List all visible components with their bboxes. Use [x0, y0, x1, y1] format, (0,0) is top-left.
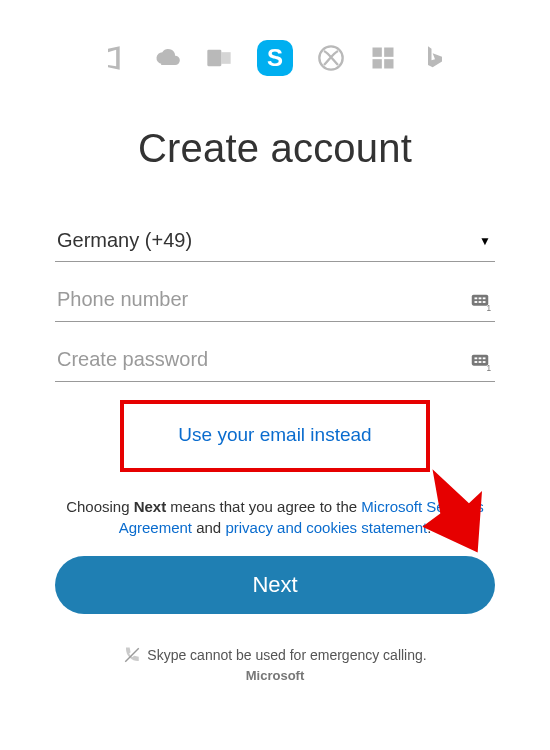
microsoft-brand-text: Microsoft — [55, 668, 495, 683]
svg-rect-17 — [479, 357, 482, 359]
svg-rect-1 — [221, 52, 230, 64]
page-title: Create account — [55, 126, 495, 171]
legal-sep: and — [192, 519, 225, 536]
outlook-icon — [205, 44, 233, 72]
annotation-highlight-box: Use your email instead — [120, 400, 430, 472]
country-code-select[interactable]: Germany (+49) ▼ — [55, 221, 495, 262]
keypad-icon[interactable]: 1 — [469, 291, 491, 311]
password-field[interactable]: 1 — [55, 340, 495, 382]
country-code-select-input[interactable]: Germany (+49) — [55, 221, 495, 261]
bing-icon — [421, 44, 449, 72]
svg-rect-4 — [384, 48, 393, 57]
svg-rect-13 — [483, 301, 486, 303]
svg-text:1: 1 — [486, 304, 491, 313]
svg-rect-18 — [483, 357, 486, 359]
phone-field[interactable]: 1 — [55, 280, 495, 322]
footer-note: Skype cannot be used for emergency calli… — [55, 646, 495, 683]
next-button[interactable]: Next — [55, 556, 495, 614]
office-icon — [101, 44, 129, 72]
svg-rect-9 — [479, 297, 482, 299]
password-input[interactable] — [55, 340, 495, 381]
svg-rect-6 — [384, 59, 393, 68]
phone-input[interactable] — [55, 280, 495, 321]
svg-rect-5 — [373, 59, 382, 68]
legal-bold: Next — [134, 498, 167, 515]
svg-rect-19 — [475, 361, 478, 363]
legal-prefix: Choosing — [66, 498, 134, 515]
emergency-text: Skype cannot be used for emergency calli… — [147, 647, 426, 663]
svg-rect-21 — [483, 361, 486, 363]
privacy-statement-link[interactable]: privacy and cookies statement — [225, 519, 427, 536]
svg-rect-0 — [207, 50, 221, 66]
onedrive-icon — [153, 44, 181, 72]
brand-icon-row: S — [0, 0, 550, 86]
skype-icon: S — [257, 40, 293, 76]
svg-rect-16 — [475, 357, 478, 359]
windows-icon — [369, 44, 397, 72]
svg-rect-11 — [475, 301, 478, 303]
svg-rect-8 — [475, 297, 478, 299]
keypad-icon[interactable]: 1 — [469, 351, 491, 371]
legal-text: Choosing Next means that you agree to th… — [55, 496, 495, 538]
use-email-instead-link[interactable]: Use your email instead — [130, 408, 420, 462]
legal-suffix: . — [427, 519, 431, 536]
svg-rect-20 — [479, 361, 482, 363]
no-emergency-icon — [123, 646, 141, 664]
svg-rect-10 — [483, 297, 486, 299]
svg-rect-12 — [479, 301, 482, 303]
legal-mid: means that you agree to the — [166, 498, 361, 515]
svg-text:1: 1 — [486, 364, 491, 373]
xbox-icon — [317, 44, 345, 72]
svg-rect-3 — [373, 48, 382, 57]
